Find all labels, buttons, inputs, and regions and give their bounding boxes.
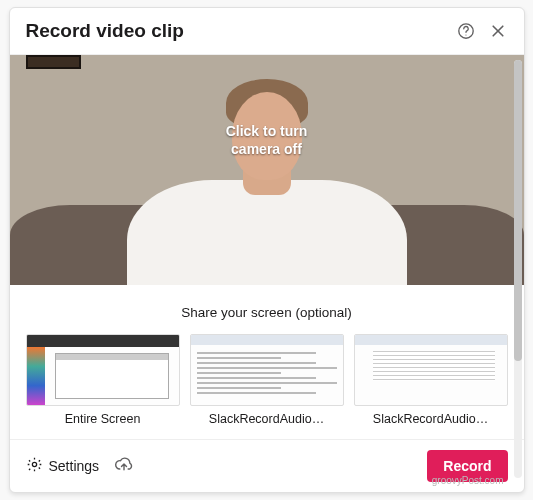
thumbnail [354, 334, 508, 406]
modal-body: Click to turn camera off Share your scre… [10, 55, 524, 439]
share-option-entire-screen[interactable]: Entire Screen [26, 334, 180, 426]
gear-icon [26, 456, 43, 476]
scrollbar-thumb[interactable] [514, 60, 522, 361]
cloud-upload-icon [114, 454, 134, 478]
share-options-row: Entire Screen SlackRecordAudio… [26, 334, 508, 426]
scrollbar[interactable] [514, 60, 522, 478]
share-screen-section: Share your screen (optional) Entire Scre… [10, 285, 524, 436]
help-icon[interactable] [456, 21, 476, 41]
settings-button[interactable]: Settings [26, 456, 100, 476]
share-option-window-1[interactable]: SlackRecordAudio… [190, 334, 344, 426]
modal-header: Record video clip [10, 8, 524, 55]
svg-point-4 [32, 462, 36, 466]
share-option-label: Entire Screen [65, 412, 141, 426]
camera-overlay-text: Click to turn camera off [226, 122, 308, 158]
share-option-label: SlackRecordAudio… [373, 412, 488, 426]
share-option-label: SlackRecordAudio… [209, 412, 324, 426]
share-option-window-2[interactable]: SlackRecordAudio… [354, 334, 508, 426]
thumbnail [190, 334, 344, 406]
record-button[interactable]: Record [427, 450, 507, 482]
svg-point-1 [465, 35, 466, 36]
thumbnail [26, 334, 180, 406]
upload-button[interactable] [113, 455, 135, 477]
modal-footer: Settings Record [10, 439, 524, 492]
record-video-modal: Record video clip [9, 7, 525, 493]
settings-label: Settings [49, 458, 100, 474]
share-screen-title: Share your screen (optional) [26, 305, 508, 320]
camera-preview[interactable]: Click to turn camera off [10, 55, 524, 285]
close-icon[interactable] [488, 21, 508, 41]
modal-title: Record video clip [26, 20, 184, 42]
